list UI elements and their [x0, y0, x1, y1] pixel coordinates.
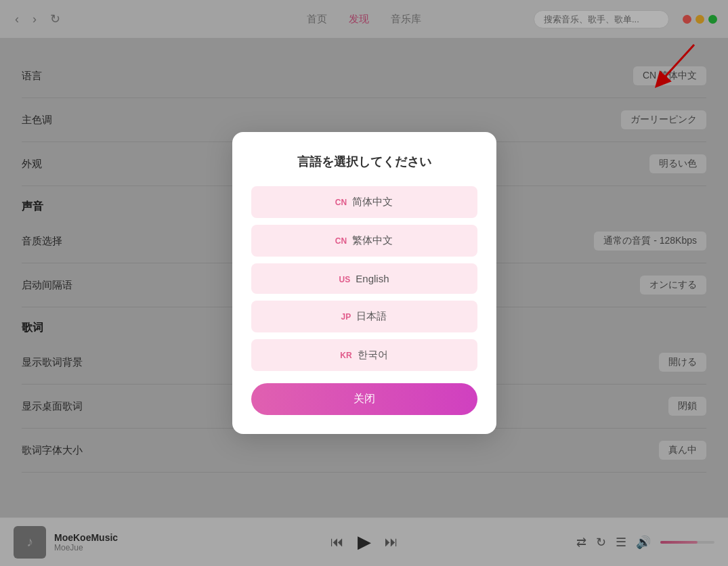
lang-option-japanese[interactable]: JP 日本語 [251, 301, 477, 332]
modal-close-button[interactable]: 关闭 [251, 383, 477, 415]
language-modal: 言語を選択してください CN 简体中文 CN 繁体中文 US English J… [232, 132, 496, 434]
flag-cn2: CN [335, 236, 347, 246]
lang-option-english[interactable]: US English [251, 263, 477, 294]
lang-label-simplified-chinese: 简体中文 [352, 196, 393, 207]
lang-option-korean[interactable]: KR 한국어 [251, 339, 477, 371]
lang-label-japanese: 日本語 [356, 310, 387, 322]
flag-jp: JP [341, 312, 351, 322]
flag-kr: KR [340, 351, 351, 360]
lang-label-traditional-chinese: 繁体中文 [352, 234, 393, 246]
lang-label-english: English [356, 273, 389, 284]
lang-label-korean: 한국어 [358, 349, 388, 360]
flag-cn1: CN [335, 198, 347, 207]
flag-us: US [339, 275, 350, 284]
modal-overlay[interactable]: 言語を選択してください CN 简体中文 CN 繁体中文 US English J… [0, 0, 728, 566]
lang-option-traditional-chinese[interactable]: CN 繁体中文 [251, 225, 477, 257]
lang-option-simplified-chinese[interactable]: CN 简体中文 [251, 186, 477, 218]
modal-title: 言語を選択してください [251, 154, 477, 170]
